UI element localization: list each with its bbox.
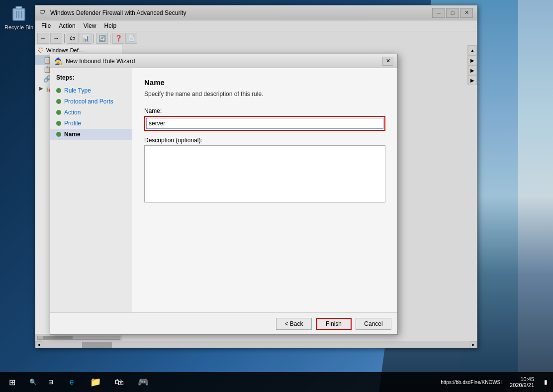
task-view-button[interactable]: ⊟ xyxy=(42,372,60,392)
step-name-profile: Profile xyxy=(64,120,81,127)
taskbar-app-game[interactable]: 🎮 xyxy=(131,372,155,392)
step-dot-name xyxy=(56,132,61,137)
taskbar-app-explorer[interactable]: 📁 xyxy=(84,372,107,392)
ie-icon: e xyxy=(70,378,74,387)
dialog-form-area: Name Specify the name and description of… xyxy=(132,68,397,312)
dialog-footer: < Back Finish Cancel xyxy=(50,312,397,334)
taskbar: ⊞ 🔍 ⊟ e 📁 🛍 🎮 https://bb.dsdFine/KNOWSI xyxy=(0,372,553,392)
new-inbound-rule-dialog: 🧙 New Inbound Rule Wizard ✕ Steps: Rule … xyxy=(50,54,398,335)
name-label: Name: xyxy=(144,107,385,114)
start-icon: ⊞ xyxy=(9,378,15,387)
search-icon: 🔍 xyxy=(29,379,37,386)
desktop: Recycle Bin 🛡 Windows Defender Firewall … xyxy=(0,0,553,392)
taskbar-clock[interactable]: 10:45 2020/9/21 xyxy=(506,376,538,388)
dialog-section-title: Name xyxy=(144,78,385,87)
step-profile[interactable]: Profile xyxy=(50,118,132,129)
taskbar-tray-url: https://bb.dsdFine/KNOWSI xyxy=(441,380,502,385)
desc-label: Description (optional): xyxy=(144,137,385,144)
step-action[interactable]: Action xyxy=(50,107,132,118)
name-form-group: Name: xyxy=(144,107,385,131)
step-dot-action xyxy=(56,110,61,115)
dialog-body: Steps: Rule Type Protocol and Ports Acti… xyxy=(50,68,397,312)
step-dot-protocol xyxy=(56,99,61,104)
step-name-rule-type: Rule Type xyxy=(64,87,91,94)
store-icon: 🛍 xyxy=(115,377,124,388)
back-button[interactable]: < Back xyxy=(276,318,312,330)
steps-panel: Steps: Rule Type Protocol and Ports Acti… xyxy=(50,68,132,312)
step-protocol-ports[interactable]: Protocol and Ports xyxy=(50,96,132,107)
step-name-action: Action xyxy=(64,109,81,116)
steps-label: Steps: xyxy=(50,72,132,85)
dialog-title-bar: 🧙 New Inbound Rule Wizard ✕ xyxy=(50,54,397,68)
step-label-name: Name xyxy=(64,131,81,138)
task-view-icon: ⊟ xyxy=(48,379,53,386)
cancel-button[interactable]: Cancel xyxy=(356,318,391,330)
step-name-step[interactable]: Name xyxy=(50,129,132,140)
clock-time: 10:45 xyxy=(510,376,534,382)
taskbar-app-ie[interactable]: e xyxy=(60,372,84,392)
dialog-title-text: New Inbound Rule Wizard xyxy=(66,58,382,65)
step-rule-type[interactable]: Rule Type xyxy=(50,85,132,96)
taskbar-app-store[interactable]: 🛍 xyxy=(107,372,131,392)
explorer-icon: 📁 xyxy=(90,377,101,388)
desc-form-group: Description (optional): xyxy=(144,137,385,204)
name-field-wrapper xyxy=(144,116,385,131)
step-dot-rule-type xyxy=(56,88,61,93)
taskbar-apps: e 📁 🛍 🎮 xyxy=(60,372,437,392)
name-input[interactable] xyxy=(146,118,383,129)
taskbar-tray: https://bb.dsdFine/KNOWSI xyxy=(437,380,506,385)
taskbar-search-button[interactable]: 🔍 xyxy=(24,372,42,392)
dialog-close-button[interactable]: ✕ xyxy=(382,57,393,66)
show-desktop-button[interactable]: ▮ xyxy=(538,372,553,392)
dialog-title-icon: 🧙 xyxy=(54,57,63,65)
game-icon: 🎮 xyxy=(138,377,149,388)
clock-date: 2020/9/21 xyxy=(510,382,534,388)
start-button[interactable]: ⊞ xyxy=(0,372,24,392)
step-name-protocol: Protocol and Ports xyxy=(64,98,113,105)
step-dot-profile xyxy=(56,121,61,126)
finish-button[interactable]: Finish xyxy=(316,318,352,330)
desc-textarea[interactable] xyxy=(144,145,385,202)
dialog-section-desc: Specify the name and description of this… xyxy=(144,91,385,98)
